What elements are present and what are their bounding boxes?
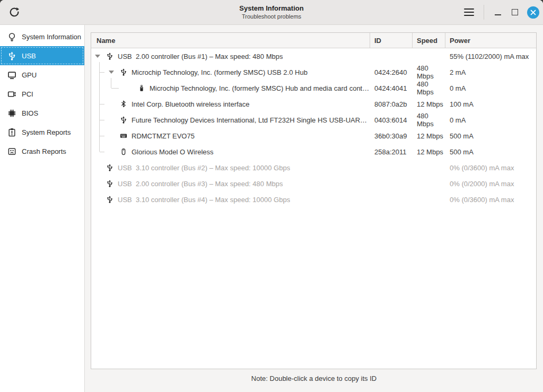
- device-power: 500 mA: [445, 144, 536, 160]
- device-speed: 480 Mbps: [413, 80, 445, 96]
- sidebar-item-label: System Reports: [22, 128, 71, 136]
- device-speed: 480 Mbps: [413, 64, 445, 80]
- device-name-cell: Microchip Technology, Inc. (formerly SMS…: [91, 64, 370, 80]
- column-header-speed[interactable]: Speed: [413, 33, 445, 48]
- sidebar-item-bios[interactable]: BIOS: [0, 103, 84, 123]
- device-name-cell: USB 3.10 controller (Bus #4) – Max speed…: [91, 191, 370, 207]
- device-power: 0 mA: [445, 80, 536, 96]
- crash-icon: [7, 146, 16, 156]
- usb-icon: [120, 68, 127, 76]
- device-speed: [413, 191, 445, 207]
- device-power: 500 mA: [445, 128, 536, 144]
- device-name-cell: USB 3.10 controller (Bus #2) – Max speed…: [91, 160, 370, 176]
- pci-icon: [7, 89, 16, 99]
- table-row[interactable]: USB 3.10 controller (Bus #2) – Max speed…: [91, 160, 536, 176]
- device-name: Glorious Model O Wireless: [132, 148, 214, 156]
- device-name: Intel Corp. Bluetooth wireless interface: [132, 100, 250, 108]
- expander-icon[interactable]: [109, 71, 114, 74]
- device-name: USB 3.10 controller (Bus #2) – Max speed…: [118, 164, 290, 172]
- usb-icon: [106, 196, 113, 203]
- sidebar-item-system-information[interactable]: System Information: [0, 27, 84, 46]
- column-header-name[interactable]: Name: [91, 33, 370, 48]
- device-id: 0424:2640: [370, 64, 413, 80]
- minimize-button[interactable]: [489, 4, 506, 21]
- device-id: [370, 160, 413, 176]
- bluetooth-icon: [120, 100, 127, 108]
- expander-slot: [106, 71, 120, 74]
- table-row[interactable]: USB 2.00 controller (Bus #1) – Max speed…: [91, 48, 536, 64]
- bulb-icon: [7, 32, 16, 41]
- device-name: USB 2.00 controller (Bus #3) – Max speed…: [118, 180, 283, 188]
- window-controls: [460, 0, 539, 24]
- usb-icon: [7, 51, 16, 60]
- device-power: 2 mA: [445, 64, 536, 80]
- title-block: System Information Troubleshoot problems: [239, 4, 303, 20]
- table-header: NameIDSpeedPower: [91, 33, 536, 48]
- device-id: [370, 48, 413, 64]
- bios-icon: [7, 108, 16, 118]
- table-row[interactable]: RDMCTMZT EVO75 36b0:30a9 12 Mbps 500 mA: [91, 128, 536, 144]
- sidebar-item-label: GPU: [22, 71, 37, 79]
- system-information-window: System Information Troubleshoot problems: [0, 0, 543, 392]
- device-id: 36b0:30a9: [370, 128, 413, 144]
- device-power: 0% (0/2000) mA max: [445, 176, 536, 191]
- sidebar-item-gpu[interactable]: GPU: [0, 65, 84, 84]
- refresh-button[interactable]: [5, 3, 23, 21]
- table-note: Note: Double-click a device to copy its …: [85, 369, 543, 382]
- device-power: 0% (0/3600) mA max: [445, 160, 536, 176]
- device-power: 100 mA: [445, 96, 536, 112]
- device-speed: [413, 48, 445, 64]
- column-header-power[interactable]: Power: [445, 33, 536, 48]
- sidebar: System Information USB GPU PCI BIOS Syst…: [0, 25, 85, 392]
- flashdrive-icon: [138, 84, 145, 92]
- close-icon: [530, 10, 536, 15]
- table-row[interactable]: Microchip Technology, Inc. (formerly SMS…: [91, 64, 536, 80]
- device-name-cell: USB 2.00 controller (Bus #1) – Max speed…: [91, 48, 370, 64]
- expander-icon[interactable]: [95, 55, 100, 58]
- refresh-icon: [8, 6, 20, 18]
- device-name-cell: RDMCTMZT EVO75: [91, 128, 370, 144]
- table-row[interactable]: Microchip Technology, Inc. (formerly SMS…: [91, 80, 536, 96]
- gpu-icon: [7, 70, 16, 80]
- device-id: 8087:0a2b: [370, 96, 413, 112]
- window-subtitle: Troubleshoot problems: [239, 13, 303, 20]
- sidebar-item-usb[interactable]: USB: [0, 46, 84, 65]
- usb-icon: [120, 116, 127, 124]
- device-speed: 12 Mbps: [413, 96, 445, 112]
- titlebar-separator: [484, 5, 484, 20]
- device-name-cell: Microchip Technology, Inc. (formerly SMS…: [91, 80, 370, 96]
- close-button[interactable]: [527, 6, 539, 19]
- device-name: USB 2.00 controller (Bus #1) – Max speed…: [118, 53, 283, 60]
- table-row[interactable]: Glorious Model O Wireless 258a:2011 12 M…: [91, 144, 536, 160]
- table-row[interactable]: Future Technology Devices International,…: [91, 112, 536, 128]
- menu-button[interactable]: [460, 4, 477, 21]
- device-id: 0424:4041: [370, 80, 413, 96]
- sidebar-item-label: USB: [22, 52, 36, 60]
- hamburger-menu-icon: [464, 8, 474, 16]
- usb-icon: [106, 164, 113, 171]
- table-body: USB 2.00 controller (Bus #1) – Max speed…: [91, 48, 536, 369]
- device-name-cell: Intel Corp. Bluetooth wireless interface: [91, 96, 370, 112]
- sidebar-item-pci[interactable]: PCI: [0, 84, 84, 103]
- usb-icon: [106, 180, 113, 187]
- table-row[interactable]: USB 3.10 controller (Bus #4) – Max speed…: [91, 191, 536, 207]
- expander-slot: [92, 55, 106, 58]
- sidebar-item-label: PCI: [22, 90, 33, 98]
- report-icon: [7, 127, 16, 137]
- table-row[interactable]: USB 2.00 controller (Bus #3) – Max speed…: [91, 176, 536, 191]
- sidebar-item-crash-reports[interactable]: Crash Reports: [0, 142, 84, 161]
- sidebar-item-system-reports[interactable]: System Reports: [0, 123, 84, 142]
- table-row[interactable]: Intel Corp. Bluetooth wireless interface…: [91, 96, 536, 112]
- column-header-id[interactable]: ID: [370, 33, 413, 48]
- maximize-button[interactable]: [506, 4, 523, 21]
- device-name: Microchip Technology, Inc. (formerly SMS…: [132, 68, 308, 76]
- device-power: 0% (0/3600) mA max: [445, 191, 536, 207]
- usb-device-table: NameIDSpeedPower USB 2.00 controller (Bu…: [91, 32, 537, 369]
- sidebar-item-label: System Information: [22, 33, 81, 41]
- usb-icon: [106, 53, 113, 60]
- device-name: RDMCTMZT EVO75: [132, 132, 195, 140]
- keyboard-icon: [120, 132, 127, 140]
- device-speed: 12 Mbps: [413, 128, 445, 144]
- window-title: System Information: [239, 4, 303, 13]
- minimize-icon: [495, 14, 501, 15]
